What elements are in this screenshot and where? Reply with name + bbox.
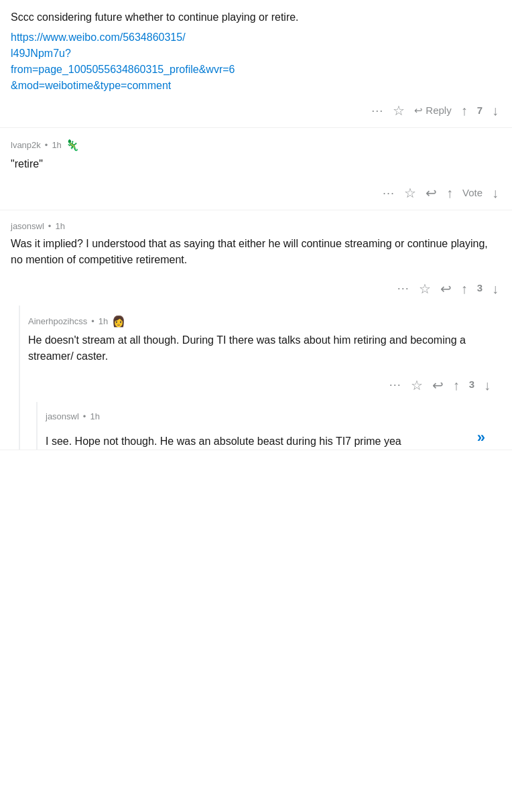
downvote-icon[interactable]: ↓ [492, 183, 499, 203]
more-options-button[interactable]: ··· [371, 102, 383, 120]
top-comment-text: Sccc considering future whether to conti… [11, 9, 501, 25]
star-icon[interactable]: ☆ [393, 100, 405, 121]
reply-label: Reply [426, 103, 451, 119]
reply-icon[interactable]: ↩ [440, 279, 452, 299]
star-icon[interactable]: ☆ [404, 183, 416, 203]
star-icon[interactable]: ☆ [419, 279, 431, 299]
comment-text: "retire" [11, 156, 501, 172]
vote-count: 3 [469, 377, 474, 393]
comment-text: Was it implied? I understood that as say… [11, 236, 501, 268]
comment-meta: jasonswl • 1h [11, 220, 501, 233]
reply-icon[interactable]: ↩ [426, 183, 437, 203]
comment-jasonswl: jasonswl • 1h Was it implied? I understo… [0, 210, 512, 450]
expand-icon[interactable]: » [477, 426, 485, 448]
avatar: 🦎 [66, 137, 79, 153]
comment-meta: jasonswl • 1h [46, 402, 493, 423]
reply-button[interactable]: ↩ Reply [414, 103, 451, 119]
comment-actions: ··· ☆ ↩ ↑ 3 ↓ [28, 368, 493, 402]
downvote-icon[interactable]: ↓ [492, 279, 499, 299]
reply-icon[interactable]: ↩ [432, 375, 444, 395]
vote-button[interactable]: Vote [462, 186, 483, 201]
comment-meta: lvanp2k • 1h 🦎 [11, 137, 501, 153]
username: Ainerhpozihcss [28, 315, 87, 328]
timestamp: 1h [90, 410, 99, 423]
timestamp: 1h [99, 315, 108, 328]
separator: • [45, 139, 48, 152]
upvote-icon[interactable]: ↑ [446, 183, 453, 203]
comment-lvanp2k: lvanp2k • 1h 🦎 "retire" ··· ☆ ↩ ↑ Vote ↓ [0, 128, 512, 210]
separator: • [91, 315, 94, 328]
top-comment-actions: ··· ☆ ↩ Reply ↑ 7 ↓ [11, 94, 501, 127]
comment-text: He doesn't stream at all though. During … [28, 332, 493, 364]
more-options-button[interactable]: ··· [397, 279, 409, 297]
comment-ainerhpozihcss: Ainerhpozihcss • 1h 👩 He doesn't stream … [28, 306, 501, 450]
upvote-icon[interactable]: ↑ [453, 375, 460, 395]
timestamp: 1h [55, 220, 64, 233]
more-options-button[interactable]: ··· [383, 184, 395, 202]
reply-icon: ↩ [414, 103, 423, 119]
vote-count: 7 [477, 103, 483, 119]
downvote-icon[interactable]: ↓ [492, 100, 499, 121]
weibo-link[interactable]: https://www.weibo.com/5634860315/l49JNpm… [11, 31, 235, 91]
timestamp: 1h [52, 139, 61, 152]
downvote-icon[interactable]: ↓ [484, 375, 491, 395]
more-options-button[interactable]: ··· [389, 376, 401, 394]
upvote-icon[interactable]: ↑ [461, 279, 468, 299]
nested-comments: Ainerhpozihcss • 1h 👩 He doesn't stream … [19, 306, 501, 450]
comment-meta: Ainerhpozihcss • 1h 👩 [28, 314, 493, 330]
username: lvanp2k [11, 139, 41, 152]
separator: • [48, 220, 52, 233]
star-icon[interactable]: ☆ [411, 375, 423, 395]
separator: • [83, 410, 86, 423]
vote-count: 3 [477, 281, 483, 296]
comment-actions: ··· ☆ ↩ ↑ Vote ↓ [11, 176, 501, 210]
username: jasonswl [11, 220, 44, 233]
comment-text: I see. Hope not though. He was an absolu… [46, 425, 493, 450]
comment-jasonswl-2: jasonswl • 1h I see. Hope not though. He… [46, 402, 493, 450]
upvote-icon[interactable]: ↑ [461, 100, 468, 121]
avatar: 👩 [112, 314, 125, 330]
comment-actions: ··· ☆ ↩ ↑ 3 ↓ [11, 272, 501, 306]
top-comment: Sccc considering future whether to conti… [0, 0, 512, 128]
deeply-nested-comments: jasonswl • 1h I see. Hope not though. He… [36, 402, 493, 450]
username: jasonswl [46, 410, 79, 423]
